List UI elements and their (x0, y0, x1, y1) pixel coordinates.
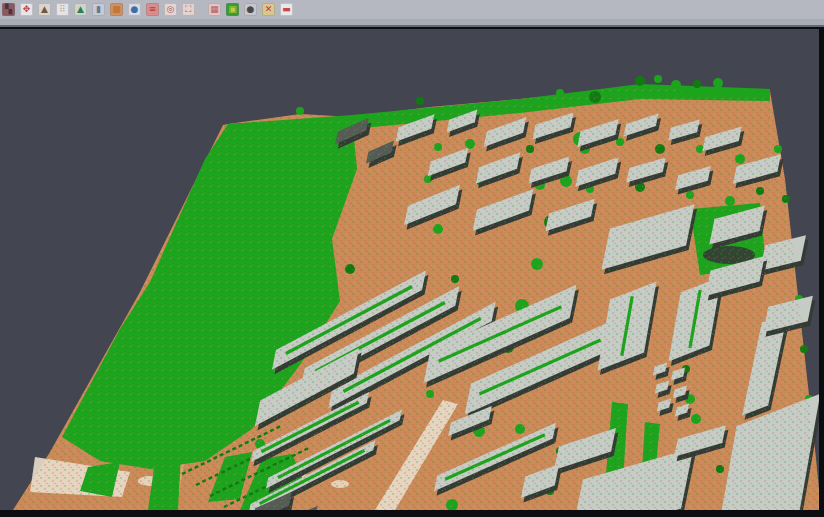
target-icon[interactable]: ◎ (164, 3, 177, 16)
ruler-icon[interactable]: ▮ (92, 3, 105, 16)
globe-icon[interactable]: ● (128, 3, 141, 16)
terrain-icon[interactable]: ▲ (74, 3, 87, 16)
image-icon[interactable]: ▣ (226, 3, 239, 16)
application-window: ▚✥▲⠿▲▮■●≡◎⛶▦▣●✕▬ (0, 0, 824, 517)
point-cloud-scene (0, 29, 819, 510)
red-band-icon[interactable]: ▬ (280, 3, 293, 16)
toolbar-divider (0, 19, 824, 27)
checker-icon[interactable]: ▦ (208, 3, 221, 16)
sphere-icon[interactable]: ● (244, 3, 257, 16)
speckle-overlay (0, 29, 819, 510)
stamp-icon[interactable]: ▚ (2, 3, 15, 16)
3d-viewport[interactable] (0, 29, 819, 510)
main-toolbar: ▚✥▲⠿▲▮■●≡◎⛶▦▣●✕▬ (0, 0, 824, 19)
red-list-icon[interactable]: ≡ (146, 3, 159, 16)
pan-arrows-icon[interactable]: ✥ (20, 3, 33, 16)
mountain-icon[interactable]: ▲ (38, 3, 51, 16)
delete-cross-icon[interactable]: ✕ (262, 3, 275, 16)
orange-square-icon[interactable]: ■ (110, 3, 123, 16)
crop-brackets-icon[interactable]: ⛶ (182, 3, 195, 16)
points-icon[interactable]: ⠿ (56, 3, 69, 16)
